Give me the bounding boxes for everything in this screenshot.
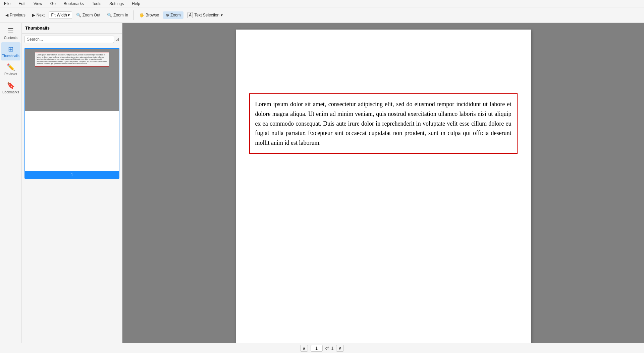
previous-icon: ◀ bbox=[5, 13, 8, 17]
browse-label: Browse bbox=[146, 13, 159, 17]
pdf-page: Lorem ipsum dolor sit amet, consectetur … bbox=[236, 30, 531, 343]
menu-tools[interactable]: Tools bbox=[91, 1, 103, 7]
thumbnails-icon: ⊞ bbox=[8, 45, 14, 53]
zoom-icon: ⊕ bbox=[166, 13, 169, 17]
zoom-in-button[interactable]: 🔍 Zoom In bbox=[104, 11, 131, 19]
sidebar-item-contents-label: Contents bbox=[4, 36, 17, 40]
zoom-out-icon: 🔍 bbox=[76, 13, 81, 17]
sidebar-item-thumbnails[interactable]: ⊞ Thumbnails bbox=[1, 42, 20, 60]
thumbnail-text-box: Lorem ipsum dolor sit amet, consectetur … bbox=[35, 52, 109, 67]
menu-bar: File Edit View Go Bookmarks Tools Settin… bbox=[0, 0, 644, 7]
pdf-text-selection-box: Lorem ipsum dolor sit amet, consectetur … bbox=[249, 93, 518, 154]
thumbnail-page-label: 1 bbox=[25, 171, 119, 178]
browse-icon: 🖐 bbox=[139, 13, 144, 17]
reviews-icon: ✏️ bbox=[7, 63, 15, 71]
thumbnail-page-1[interactable]: Lorem ipsum dolor sit amet, consectetur … bbox=[24, 48, 119, 179]
thumbnail-white-area bbox=[25, 111, 119, 171]
sidebar-item-reviews-label: Reviews bbox=[4, 72, 17, 76]
text-selection-icon: A bbox=[187, 12, 193, 18]
menu-bookmarks[interactable]: Bookmarks bbox=[62, 1, 85, 7]
thumbnails-title: Thumbnails bbox=[25, 26, 50, 31]
zoom-out-label: Zoom Out bbox=[83, 13, 100, 17]
browse-button[interactable]: 🖐 Browse bbox=[137, 11, 162, 19]
page-number-input[interactable] bbox=[311, 345, 323, 352]
text-selection-chevron-icon: ▾ bbox=[221, 13, 223, 17]
bottom-bar: ∧ of 1 ∨ bbox=[0, 343, 644, 353]
thumbnails-header: Thumbnails bbox=[22, 23, 122, 34]
zoom-fit-dropdown[interactable]: Fit Width ▾ bbox=[49, 11, 72, 19]
text-selection-button[interactable]: A Text Selection ▾ bbox=[185, 11, 225, 19]
sidebar-item-contents[interactable]: ☰ Contents bbox=[1, 24, 20, 42]
chevron-down-icon: ▾ bbox=[68, 13, 70, 17]
page-down-button[interactable]: ∨ bbox=[336, 345, 344, 352]
page-total-label: 1 bbox=[331, 346, 334, 351]
page-of-label: of bbox=[325, 346, 329, 351]
search-input[interactable] bbox=[24, 36, 114, 43]
filter-icon[interactable]: ⊿ bbox=[115, 37, 119, 42]
sidebar-item-reviews[interactable]: ✏️ Reviews bbox=[1, 60, 20, 79]
previous-label: Previous bbox=[10, 13, 25, 17]
next-icon: ▶ bbox=[32, 13, 35, 17]
menu-edit[interactable]: Edit bbox=[17, 1, 27, 7]
zoom-out-button[interactable]: 🔍 Zoom Out bbox=[73, 11, 103, 19]
menu-file[interactable]: File bbox=[3, 1, 12, 7]
zoom-in-icon: 🔍 bbox=[107, 13, 112, 17]
zoom-button[interactable]: ⊕ Zoom bbox=[163, 11, 183, 19]
sidebar-item-bookmarks-label: Bookmarks bbox=[2, 90, 19, 94]
menu-view[interactable]: View bbox=[32, 1, 44, 7]
previous-button[interactable]: ◀ Previous bbox=[3, 11, 28, 19]
toolbar-separator bbox=[133, 10, 134, 20]
zoom-in-label: Zoom In bbox=[113, 13, 128, 17]
sidebar-item-thumbnails-label: Thumbnails bbox=[2, 54, 19, 58]
zoom-fit-label: Fit Width bbox=[51, 13, 67, 17]
menu-go[interactable]: Go bbox=[49, 1, 57, 7]
thumbnails-search-bar: ⊿ bbox=[22, 34, 122, 45]
text-selection-label: Text Selection bbox=[194, 13, 219, 17]
main-content: ☰ Contents ⊞ Thumbnails ✏️ Reviews 🔖 Boo… bbox=[0, 23, 644, 343]
page-up-button[interactable]: ∧ bbox=[300, 345, 308, 352]
bookmarks-icon: 🔖 bbox=[7, 81, 15, 89]
next-button[interactable]: ▶ Next bbox=[30, 11, 48, 19]
menu-help[interactable]: Help bbox=[130, 1, 142, 7]
zoom-label: Zoom bbox=[170, 13, 181, 17]
pdf-viewer[interactable]: Lorem ipsum dolor sit amet, consectetur … bbox=[122, 23, 644, 343]
thumbnails-list: Lorem ipsum dolor sit amet, consectetur … bbox=[22, 45, 122, 343]
sidebar-item-bookmarks[interactable]: 🔖 Bookmarks bbox=[1, 79, 20, 97]
toolbar: ◀ Previous ▶ Next Fit Width ▾ 🔍 Zoom Out… bbox=[0, 7, 644, 23]
thumbnails-panel: Thumbnails ⊿ Lorem ipsum dolor sit amet,… bbox=[22, 23, 122, 343]
menu-settings[interactable]: Settings bbox=[108, 1, 125, 7]
next-label: Next bbox=[37, 13, 45, 17]
contents-icon: ☰ bbox=[8, 27, 14, 35]
sidebar: ☰ Contents ⊞ Thumbnails ✏️ Reviews 🔖 Boo… bbox=[0, 23, 22, 343]
thumbnail-image: Lorem ipsum dolor sit amet, consectetur … bbox=[25, 49, 119, 111]
